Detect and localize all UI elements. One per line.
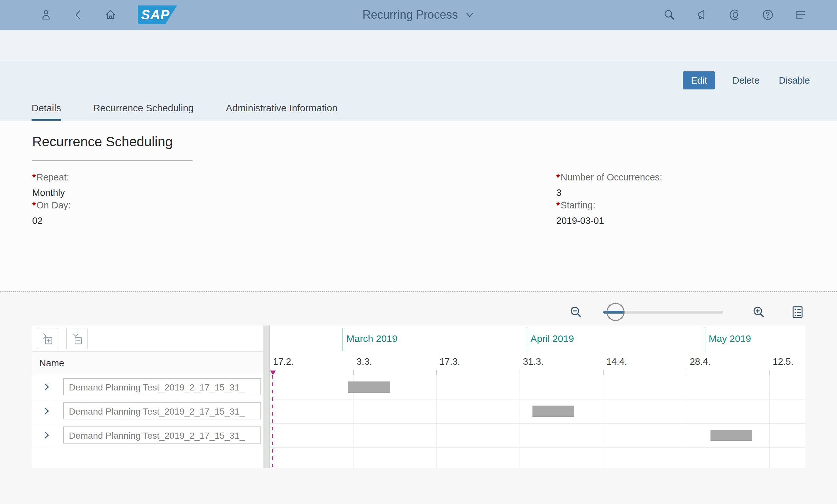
disable-button[interactable]: Disable	[777, 71, 812, 89]
date-tick-mark	[353, 370, 354, 375]
copilot-icon[interactable]	[728, 7, 742, 22]
date-tick-label: 17.3.	[440, 356, 460, 367]
field-value: 2019-03-01	[556, 216, 662, 226]
tab-label: Recurrence Scheduling	[93, 102, 194, 113]
row-expand-chevron-icon[interactable]	[42, 382, 52, 392]
zoom-slider[interactable]	[603, 302, 723, 322]
gantt-bar[interactable]	[711, 430, 752, 441]
tab-active-underline	[32, 119, 61, 120]
grid-hline	[270, 399, 805, 399]
expand-all-icon[interactable]	[37, 328, 58, 349]
month-start-line	[342, 328, 343, 351]
row-expand-chevron-icon[interactable]	[42, 430, 52, 440]
gantt-table-rows: Demand Planning Test_2019_2_17_15_31_ De…	[32, 375, 263, 468]
date-tick-mark	[436, 370, 437, 375]
grid-vline	[270, 375, 270, 468]
gantt-table-row: Demand Planning Test_2019_2_17_15_31_	[32, 375, 263, 399]
shell-right-group	[662, 0, 808, 30]
back-icon[interactable]	[71, 7, 86, 22]
month-label: May 2019	[709, 333, 751, 344]
tab-bar: Details Recurrence Scheduling Administra…	[32, 102, 370, 120]
grid-vline	[603, 375, 603, 468]
section-content: Recurrence Scheduling *Repeat: Monthly *…	[0, 121, 837, 291]
gantt-month-header: March 2019April 2019May 2019	[270, 325, 805, 351]
tab-label: Administrative Information	[226, 102, 338, 113]
gantt-chart-body	[270, 375, 805, 468]
field-label: *Number of Occurrences:	[556, 172, 662, 183]
gantt-date-scale: 17.2.3.3.17.3.31.3.14.4.28.4.12.5.	[270, 351, 805, 375]
field-value: Monthly	[32, 187, 71, 198]
today-marker	[270, 371, 276, 375]
month-start-line	[705, 328, 705, 351]
field-repeat: *Repeat: Monthly	[32, 172, 71, 198]
gantt-table-toolbar	[32, 325, 263, 352]
row-name-field[interactable]: Demand Planning Test_2019_2_17_15_31_	[63, 427, 261, 444]
month-start-line	[527, 328, 527, 351]
field-on-day: *On Day: 02	[32, 200, 71, 226]
zoom-slider-handle[interactable]	[606, 303, 625, 321]
search-icon[interactable]	[662, 7, 677, 22]
header-actions: EditDeleteDisable	[683, 71, 812, 89]
gantt-bar[interactable]	[348, 381, 390, 393]
sap-logo[interactable]: SAP	[138, 5, 177, 24]
section-title: Recurrence Scheduling	[32, 134, 193, 161]
row-name-field[interactable]: Demand Planning Test_2019_2_17_15_31_	[63, 378, 261, 395]
date-tick-label: 12.5.	[772, 356, 794, 367]
gantt-section: Name Demand Planning Test_2019_2_17_15_3…	[0, 292, 837, 504]
gantt-bar[interactable]	[532, 406, 574, 417]
field-label: *On Day:	[32, 200, 71, 211]
edit-button[interactable]: Edit	[683, 71, 715, 89]
gantt-toolbar	[569, 299, 805, 325]
field-value: 3	[556, 187, 662, 198]
shell-left-group: SAP	[39, 0, 177, 30]
row-expand-chevron-icon[interactable]	[42, 406, 52, 416]
sap-logo-text: SAP	[138, 5, 170, 24]
shell-subheader	[0, 30, 837, 61]
gantt-panel: Name Demand Planning Test_2019_2_17_15_3…	[32, 325, 805, 468]
page-title: Recurring Process	[362, 8, 458, 21]
required-asterisk: *	[32, 172, 36, 182]
field-starting: *Starting: 2019-03-01	[556, 200, 662, 226]
collapse-all-icon[interactable]	[66, 328, 88, 349]
field-label: *Starting:	[556, 200, 662, 211]
form-column-left: *Repeat: Monthly *On Day: 02	[32, 172, 71, 228]
menu-icon[interactable]	[793, 7, 808, 22]
gantt-table-row: Demand Planning Test_2019_2_17_15_31_	[32, 399, 263, 423]
grid-vline	[687, 375, 687, 468]
date-tick-label: 3.3.	[356, 356, 372, 367]
field-label: *Repeat:	[32, 172, 71, 183]
required-asterisk: *	[32, 200, 36, 210]
user-icon[interactable]	[39, 7, 53, 22]
shell-bar: SAP Recurring Process	[0, 0, 837, 30]
delete-button[interactable]: Delete	[730, 71, 761, 89]
help-icon[interactable]	[760, 7, 775, 22]
date-tick-label: 14.4.	[606, 356, 627, 367]
form-column-right: *Number of Occurrences: 3 *Starting: 201…	[556, 172, 662, 228]
date-tick-label: 31.3.	[523, 356, 544, 367]
legend-icon[interactable]	[790, 304, 805, 319]
home-icon[interactable]	[103, 7, 118, 22]
date-tick-mark	[769, 370, 770, 375]
field-value: 02	[32, 216, 71, 226]
name-column-header: Name	[32, 352, 263, 375]
megaphone-icon[interactable]	[695, 7, 710, 22]
tab-label: Details	[32, 102, 61, 113]
row-name-field[interactable]: Demand Planning Test_2019_2_17_15_31_	[63, 403, 261, 419]
gantt-splitter[interactable]	[263, 325, 270, 468]
required-asterisk: *	[556, 172, 560, 182]
chevron-down-icon	[465, 10, 475, 20]
page: SAP Recurring Process	[0, 0, 837, 504]
date-tick-label: 17.2.	[273, 356, 294, 367]
tab-administrative-information[interactable]: Administrative Information	[226, 102, 338, 120]
date-tick-label: 28.4.	[690, 356, 711, 367]
gantt-chart: March 2019April 2019May 2019 17.2.3.3.17…	[270, 325, 805, 468]
date-tick-mark	[603, 370, 604, 375]
zoom-in-icon[interactable]	[751, 304, 766, 319]
grid-hline	[270, 423, 805, 424]
tab-recurrence-scheduling[interactable]: Recurrence Scheduling	[93, 102, 194, 120]
app-title-menu[interactable]: Recurring Process	[360, 0, 477, 30]
grid-vline	[436, 375, 437, 468]
zoom-out-icon[interactable]	[569, 304, 583, 319]
tab-details[interactable]: Details	[32, 102, 61, 120]
object-page-header: EditDeleteDisable Details Recurrence Sch…	[0, 61, 837, 121]
